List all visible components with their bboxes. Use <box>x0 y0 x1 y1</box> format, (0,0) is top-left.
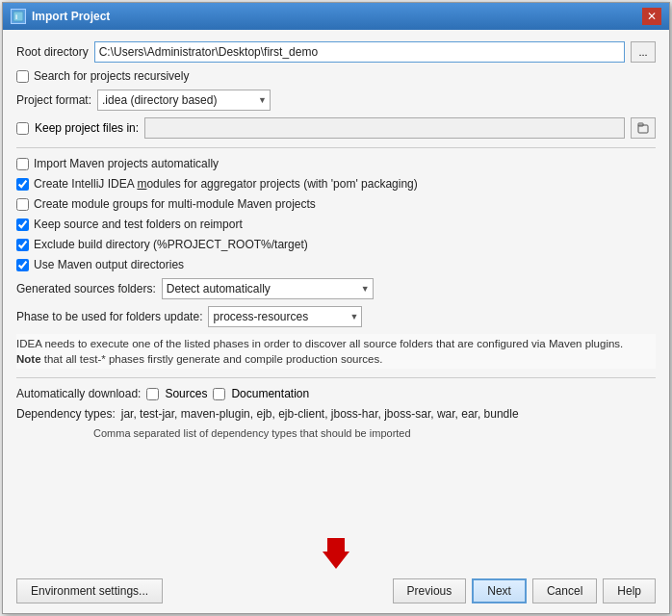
keep-project-files-input[interactable] <box>144 117 625 139</box>
exclude-build-label[interactable]: Exclude build directory (%PROJECT_ROOT%/… <box>34 238 308 251</box>
import-maven-checkbox[interactable] <box>16 158 29 170</box>
root-directory-row: Root directory ... <box>16 41 656 63</box>
search-recursively-checkbox[interactable] <box>16 70 29 83</box>
root-directory-input[interactable] <box>94 41 625 63</box>
info-note-bold: Note <box>16 353 41 365</box>
arrow-head-icon <box>323 552 349 569</box>
dialog-title: Import Project <box>32 10 110 23</box>
create-module-groups-row: Create module groups for multi-module Ma… <box>16 197 656 211</box>
sources-label[interactable]: Sources <box>165 387 207 400</box>
create-module-groups-checkbox[interactable] <box>16 198 29 211</box>
use-maven-output-checkbox[interactable] <box>16 259 29 271</box>
footer-right-buttons: Previous Next Cancel Help <box>393 578 656 603</box>
keep-project-files-label[interactable]: Keep project files in: <box>35 121 139 135</box>
exclude-build-checkbox[interactable] <box>16 239 29 251</box>
dependency-types-row: Dependency types: jar, test-jar, maven-p… <box>16 407 656 421</box>
generated-sources-select[interactable]: Detect automatically Generate source roo… <box>162 278 374 299</box>
divider-1 <box>16 147 656 148</box>
auto-download-label: Automatically download: <box>16 387 141 400</box>
generated-sources-row: Generated sources folders: Detect automa… <box>16 278 656 299</box>
search-recursively-row: Search for projects recursively <box>16 69 656 83</box>
dialog-footer: Environment settings... Previous Next Ca… <box>3 528 669 613</box>
dependency-types-label: Dependency types: <box>16 407 116 421</box>
dialog-icon: i <box>11 9 26 24</box>
down-arrow-indicator <box>323 538 349 569</box>
create-intellij-checkbox[interactable] <box>16 178 29 191</box>
documentation-label[interactable]: Documentation <box>231 387 309 400</box>
cancel-button[interactable]: Cancel <box>532 578 597 603</box>
phase-label: Phase to be used for folders update: <box>16 310 202 323</box>
info-text-line2: that all test-* phases firstly generate … <box>44 353 383 365</box>
import-project-dialog: i Import Project ✕ Root directory ... Se… <box>2 2 670 614</box>
auto-download-row: Automatically download: Sources Document… <box>16 387 656 400</box>
footer-buttons: Environment settings... Previous Next Ca… <box>16 578 656 603</box>
import-maven-row: Import Maven projects automatically <box>16 157 656 170</box>
next-button[interactable]: Next <box>472 578 527 603</box>
keep-source-row: Keep source and test folders on reimport <box>16 218 656 231</box>
title-bar-left: i Import Project <box>11 9 110 24</box>
keep-source-label[interactable]: Keep source and test folders on reimport <box>34 218 243 231</box>
close-button[interactable]: ✕ <box>642 8 661 25</box>
root-directory-label: Root directory <box>16 45 89 59</box>
divider-2 <box>16 377 656 378</box>
import-maven-label[interactable]: Import Maven projects automatically <box>34 157 219 170</box>
info-text-line1: IDEA needs to execute one of the listed … <box>16 338 623 349</box>
environment-settings-button[interactable]: Environment settings... <box>16 578 163 603</box>
project-format-label: Project format: <box>16 93 91 107</box>
create-intellij-row: Create IntelliJ IDEA modules for aggrega… <box>16 177 656 191</box>
phase-row: Phase to be used for folders update: pro… <box>16 306 656 327</box>
dialog-content: Root directory ... Search for projects r… <box>3 30 669 528</box>
phase-select-wrapper: process-resources generate-sources none … <box>208 306 362 327</box>
documentation-checkbox[interactable] <box>213 388 225 400</box>
use-maven-output-row: Use Maven output directories <box>16 258 656 271</box>
arrow-stem <box>327 538 345 552</box>
project-format-wrapper: .idea (directory based) Eclipse Maven ▼ <box>97 90 271 111</box>
keep-project-files-row: Keep project files in: <box>16 117 656 139</box>
svg-text:i: i <box>15 13 17 21</box>
browse-button[interactable]: ... <box>631 41 656 63</box>
arrow-area <box>16 536 656 571</box>
generated-sources-wrapper: Detect automatically Generate source roo… <box>162 278 374 299</box>
exclude-build-row: Exclude build directory (%PROJECT_ROOT%/… <box>16 238 656 251</box>
keep-project-files-checkbox[interactable] <box>16 122 29 135</box>
use-maven-output-label[interactable]: Use Maven output directories <box>34 258 184 271</box>
keep-project-files-browse[interactable] <box>631 117 656 139</box>
sources-checkbox[interactable] <box>146 388 159 400</box>
info-box: IDEA needs to execute one of the listed … <box>16 334 656 369</box>
create-intellij-label[interactable]: Create IntelliJ IDEA modules for aggrega… <box>34 177 418 191</box>
title-bar: i Import Project ✕ <box>3 3 669 30</box>
search-recursively-label[interactable]: Search for projects recursively <box>34 69 189 83</box>
dependency-types-hint: Comma separated list of dependency types… <box>93 427 656 439</box>
dependency-types-value: jar, test-jar, maven-plugin, ejb, ejb-cl… <box>121 407 656 421</box>
help-button[interactable]: Help <box>603 578 656 603</box>
project-format-row: Project format: .idea (directory based) … <box>16 90 656 111</box>
previous-button[interactable]: Previous <box>393 578 467 603</box>
keep-source-checkbox[interactable] <box>16 218 29 231</box>
project-format-select[interactable]: .idea (directory based) Eclipse Maven <box>97 90 271 111</box>
phase-select[interactable]: process-resources generate-sources none <box>208 306 362 327</box>
create-module-groups-label[interactable]: Create module groups for multi-module Ma… <box>34 197 316 211</box>
generated-sources-label: Generated sources folders: <box>16 282 156 295</box>
